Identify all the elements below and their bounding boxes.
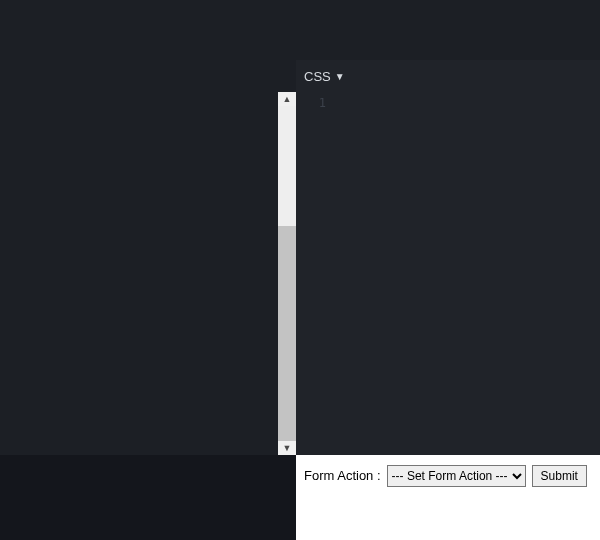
editor-body: 1 (296, 92, 600, 455)
scrollbar-thumb[interactable] (278, 106, 296, 226)
code-area[interactable] (336, 92, 600, 455)
form-action-label: Form Action : (304, 465, 381, 487)
line-gutter: 1 (296, 92, 336, 455)
scrollbar-up-arrow[interactable]: ▲ (278, 92, 296, 106)
top-empty-region (0, 0, 600, 60)
line-number: 1 (296, 96, 326, 110)
result-pane: Form Action : --- Set Form Action --- Su… (296, 455, 600, 540)
left-pane (0, 60, 278, 455)
css-editor-pane: CSS ▼ 1 (296, 60, 600, 455)
main-row: ▲ ▼ CSS ▼ 1 (0, 60, 600, 455)
pane-title: CSS (304, 69, 331, 84)
chevron-down-icon[interactable]: ▼ (335, 71, 345, 82)
scrollbar-track[interactable] (278, 106, 296, 441)
bottom-row: Form Action : --- Set Form Action --- Su… (0, 455, 600, 540)
scrollbar-down-arrow[interactable]: ▼ (278, 441, 296, 455)
pane-header: CSS ▼ (296, 60, 600, 92)
submit-button[interactable]: Submit (532, 465, 587, 487)
console-pane (0, 455, 296, 540)
vertical-scrollbar[interactable]: ▲ ▼ (278, 92, 296, 455)
form-action-select[interactable]: --- Set Form Action --- (387, 465, 526, 487)
